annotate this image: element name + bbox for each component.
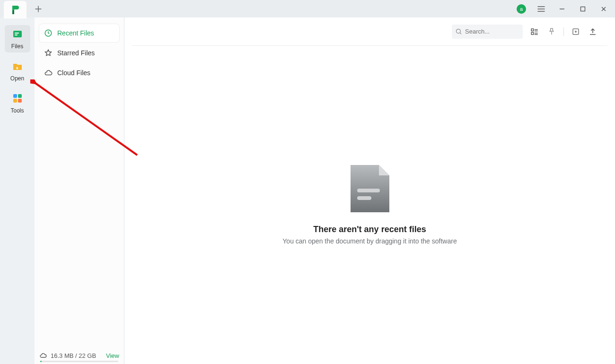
app-logo-icon: [10, 5, 20, 15]
clock-icon: [44, 29, 53, 37]
cloud-icon: [44, 69, 53, 77]
files-side-panel: Recent Files Starred Files Cloud Files 1…: [35, 17, 124, 364]
sidepanel-item-cloud[interactable]: Cloud Files: [39, 64, 119, 82]
leftrail-label: Files: [11, 43, 23, 50]
empty-subtitle: You can open the document by dragging it…: [282, 237, 457, 245]
cloud-icon: [39, 352, 47, 359]
empty-state: There aren't any recent files You can op…: [124, 46, 615, 364]
left-rail: Files Open Tools: [0, 17, 35, 364]
svg-point-11: [457, 29, 461, 33]
svg-rect-16: [357, 196, 371, 200]
upload-button[interactable]: [588, 26, 598, 37]
avatar-initial: a: [520, 6, 523, 12]
storage-progress-bar: [40, 361, 118, 362]
svg-rect-13: [531, 32, 534, 35]
storage-text: 16.3 MB / 22 GB: [51, 352, 96, 359]
leftrail-label: Tools: [10, 107, 24, 114]
files-icon: [12, 28, 23, 40]
view-storage-link[interactable]: View: [106, 352, 119, 359]
star-icon: [44, 49, 53, 57]
pin-button[interactable]: [546, 26, 557, 37]
search-icon: [455, 28, 462, 37]
minimize-button[interactable]: [553, 0, 571, 17]
pin-icon: [547, 27, 556, 36]
tools-grid-icon: [12, 93, 23, 104]
content-toolbar: [132, 17, 607, 46]
close-icon: [601, 6, 606, 12]
svg-rect-9: [18, 99, 22, 103]
svg-rect-6: [13, 94, 17, 98]
open-folder-icon: [12, 61, 23, 72]
empty-title: There aren't any recent files: [313, 225, 426, 234]
svg-rect-1: [12, 10, 14, 14]
close-button[interactable]: [594, 0, 613, 17]
hamburger-icon: [537, 6, 545, 12]
svg-rect-15: [357, 189, 380, 192]
maximize-icon: [580, 6, 586, 12]
search-wrap: [452, 25, 523, 39]
app-tab[interactable]: [4, 1, 26, 18]
svg-rect-2: [581, 7, 585, 11]
leftrail-item-files[interactable]: Files: [5, 25, 30, 52]
menu-button[interactable]: [532, 0, 551, 17]
svg-rect-12: [531, 29, 534, 31]
user-avatar[interactable]: a: [517, 4, 526, 14]
search-input[interactable]: [452, 25, 523, 39]
toolbar-divider: [563, 27, 564, 36]
svg-rect-4: [15, 33, 19, 34]
empty-document-icon: [351, 165, 389, 212]
maximize-button[interactable]: [573, 0, 592, 17]
leftrail-item-open[interactable]: Open: [5, 57, 30, 85]
sidepanel-label: Recent Files: [57, 29, 94, 37]
svg-rect-7: [18, 94, 22, 98]
sidepanel-label: Starred Files: [57, 49, 95, 57]
main-content: There aren't any recent files You can op…: [124, 17, 615, 364]
upload-icon: [589, 27, 597, 36]
leftrail-item-tools[interactable]: Tools: [5, 89, 30, 117]
plus-icon: [35, 6, 42, 12]
cloud-storage-status: 16.3 MB / 22 GB View: [39, 352, 119, 359]
sidepanel-label: Cloud Files: [57, 69, 90, 77]
new-tab-button[interactable]: [31, 2, 45, 16]
sidepanel-item-starred[interactable]: Starred Files: [39, 44, 119, 62]
svg-rect-3: [13, 31, 22, 37]
new-file-icon: [571, 27, 580, 36]
leftrail-label: Open: [10, 75, 24, 82]
svg-rect-8: [13, 99, 17, 103]
list-view-icon: [530, 27, 539, 36]
sidepanel-item-recent[interactable]: Recent Files: [39, 24, 119, 42]
minimize-icon: [559, 6, 565, 12]
new-file-button[interactable]: [571, 26, 581, 37]
view-list-button[interactable]: [529, 26, 540, 37]
title-bar: a: [0, 0, 615, 17]
svg-rect-5: [15, 35, 18, 35]
